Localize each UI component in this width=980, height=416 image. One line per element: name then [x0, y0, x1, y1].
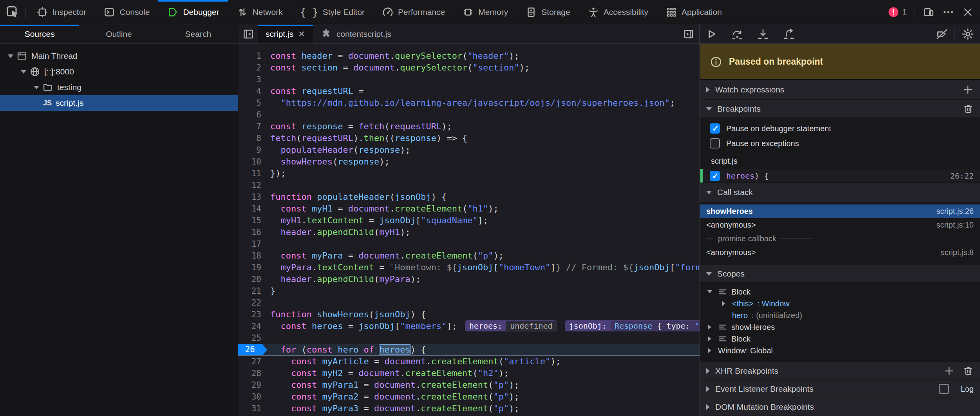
chevron-right-icon[interactable]	[705, 348, 714, 353]
line-number[interactable]: 28	[238, 367, 267, 379]
tab-storage[interactable]: Storage	[517, 0, 579, 24]
breakpoint-item[interactable]: heroes) { 26:22	[700, 169, 980, 183]
chevron-down-icon[interactable]	[21, 70, 26, 74]
line-number[interactable]: 23	[238, 309, 267, 320]
line-number[interactable]: 10	[238, 156, 267, 168]
resume-button[interactable]	[705, 28, 718, 40]
sidebar-tab-outline[interactable]: Outline	[79, 25, 158, 43]
add-xhr-breakpoint-button[interactable]	[943, 365, 955, 377]
chevron-right-icon[interactable]	[720, 301, 728, 306]
line-number[interactable]: 9	[238, 144, 267, 156]
line-number[interactable]: 8	[238, 132, 267, 144]
line-number[interactable]: 26	[238, 344, 267, 355]
chevron-right-icon[interactable]	[706, 368, 710, 374]
close-devtools-button[interactable]	[962, 6, 974, 18]
line-number[interactable]: 11	[238, 168, 267, 179]
scope-row[interactable]: hero: (uninitialized)	[700, 309, 980, 321]
deactivate-breakpoints-button[interactable]	[936, 28, 948, 40]
chevron-right-icon[interactable]	[706, 87, 710, 92]
line-number[interactable]: 1	[238, 50, 267, 62]
breakpoint-checkbox[interactable]	[710, 171, 720, 181]
watch-expressions-header[interactable]: Watch expressions	[700, 80, 980, 100]
line-number[interactable]: 27	[238, 356, 267, 367]
add-watch-expression-button[interactable]	[962, 84, 974, 96]
close-tab-icon[interactable]: ✕	[298, 29, 305, 39]
call-stack-frame[interactable]: <anonymous>script.js:8	[700, 246, 980, 259]
tab-style-editor[interactable]: { }Style Editor	[291, 0, 373, 24]
line-number[interactable]: 2	[238, 62, 267, 74]
tab-accessibility[interactable]: Accessibility	[579, 0, 657, 24]
call-stack-header[interactable]: Call stack	[700, 183, 980, 202]
xhr-breakpoints-header[interactable]: XHR Breakpoints	[700, 362, 980, 380]
call-stack-frame[interactable]: showHeroesscript.js:26	[700, 204, 980, 218]
tab-network[interactable]: Network	[228, 0, 291, 24]
line-number[interactable]: 17	[238, 238, 267, 250]
dom-mutation-breakpoints-header[interactable]: DOM Mutation Breakpoints	[700, 398, 980, 416]
chevron-right-icon[interactable]	[706, 404, 710, 410]
step-over-button[interactable]	[731, 28, 743, 40]
line-number[interactable]: 4	[238, 85, 267, 97]
breakpoint-option[interactable]: Pause on exceptions	[700, 136, 980, 151]
remove-xhr-breakpoints-button[interactable]	[963, 365, 974, 376]
tree-item-main-thread[interactable]: Main Thread	[0, 48, 238, 64]
chevron-right-icon[interactable]	[706, 386, 710, 392]
line-number[interactable]: 31	[238, 403, 267, 414]
line-number[interactable]: 18	[238, 250, 267, 262]
line-number[interactable]: 30	[238, 391, 267, 403]
line-number[interactable]: 20	[238, 273, 267, 285]
chevron-down-icon[interactable]	[34, 86, 39, 89]
scope-row[interactable]: Window: Global	[700, 345, 980, 356]
editor-tab-script-js[interactable]: script.js✕	[258, 25, 313, 43]
tree-item-testing[interactable]: testing	[0, 80, 238, 95]
chevron-down-icon[interactable]	[706, 191, 712, 194]
event-listener-breakpoints-header[interactable]: Event Listener Breakpoints Log	[700, 380, 980, 398]
chevron-down-icon[interactable]	[705, 290, 714, 293]
chevron-down-icon[interactable]	[706, 107, 712, 111]
line-number[interactable]: 19	[238, 262, 267, 273]
line-number[interactable]: 16	[238, 226, 267, 238]
tab-application[interactable]: Application	[657, 0, 730, 24]
debugger-settings-button[interactable]	[961, 27, 975, 41]
error-count[interactable]: 1	[902, 7, 907, 16]
scope-row[interactable]: showHeroes	[700, 321, 980, 333]
line-number[interactable]: 6	[238, 109, 267, 121]
line-number[interactable]: 21	[238, 285, 267, 297]
code-editor[interactable]: 1const header = document.querySelector("…	[238, 44, 700, 416]
line-number[interactable]: 5	[238, 97, 267, 109]
tree-item--8000[interactable]: [::]:8000	[0, 64, 238, 80]
expand-panel-button[interactable]	[683, 28, 694, 40]
scope-row[interactable]: <this>: Window	[700, 298, 980, 309]
line-number[interactable]: 7	[238, 121, 267, 132]
hide-sources-panel-button[interactable]	[242, 28, 255, 40]
editor-tab-contentscript-js[interactable]: contentscript.js	[313, 25, 399, 43]
scopes-header[interactable]: Scopes	[700, 265, 980, 283]
sidebar-tab-sources[interactable]: Sources	[0, 25, 79, 43]
line-number[interactable]: 15	[238, 215, 267, 226]
line-number[interactable]: 3	[238, 74, 267, 85]
tab-memory[interactable]: Memory	[454, 0, 517, 24]
element-picker-button[interactable]	[5, 5, 20, 19]
step-in-button[interactable]	[757, 28, 769, 40]
call-stack-frame[interactable]: <anonymous>script.js:10	[700, 218, 980, 232]
tree-item-script-js[interactable]: JSscript.js	[0, 95, 238, 111]
error-badge-icon[interactable]	[888, 6, 899, 18]
line-number[interactable]: 25	[238, 332, 267, 344]
breakpoint-option[interactable]: Pause on debugger statement	[700, 121, 980, 136]
line-number[interactable]: 12	[238, 179, 267, 191]
line-number[interactable]: 24	[238, 320, 267, 332]
chevron-down-icon[interactable]	[8, 54, 13, 58]
tab-debugger[interactable]: Debugger	[158, 0, 228, 24]
chevron-right-icon[interactable]	[705, 325, 714, 329]
checkbox[interactable]	[710, 123, 720, 134]
line-number[interactable]: 13	[238, 191, 267, 203]
event-log-checkbox[interactable]	[939, 384, 949, 394]
line-number[interactable]: 14	[238, 203, 267, 215]
chevron-right-icon[interactable]	[705, 336, 714, 341]
remove-breakpoints-button[interactable]	[963, 103, 974, 114]
meatball-menu-button[interactable]	[942, 6, 954, 18]
scope-row[interactable]: Block	[700, 286, 980, 298]
chevron-down-icon[interactable]	[706, 272, 712, 276]
breakpoints-header[interactable]: Breakpoints	[700, 100, 980, 118]
line-number[interactable]: 22	[238, 297, 267, 309]
line-number[interactable]: 29	[238, 379, 267, 391]
